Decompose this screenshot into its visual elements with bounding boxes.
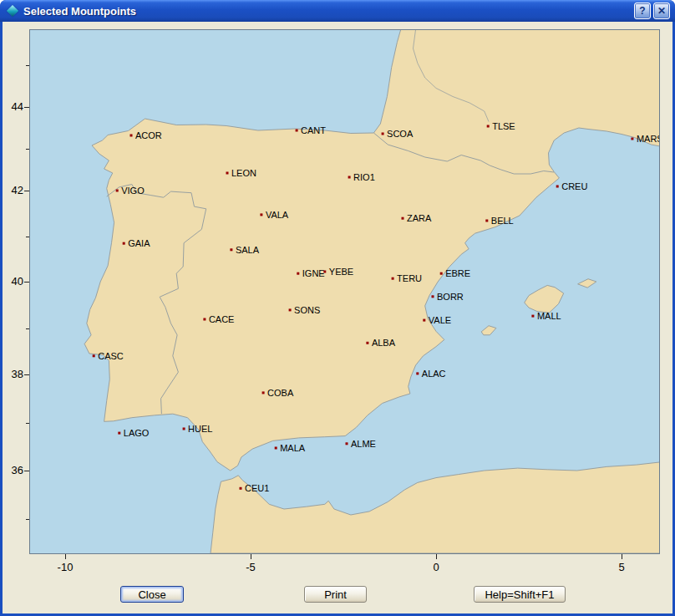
titlebar: Selected Mountpoints ? ✕ bbox=[0, 0, 675, 22]
station-marker bbox=[382, 133, 384, 135]
station-marker bbox=[432, 295, 434, 298]
station-marker bbox=[366, 342, 368, 344]
station-label: ACOR bbox=[135, 130, 162, 140]
y-axis-minor-tick bbox=[26, 65, 29, 66]
map: ACORCANTSCOATLSEMARSVIGOLEONRIO1CREUVALA… bbox=[29, 29, 660, 554]
station-label: LEON bbox=[231, 168, 256, 178]
station-marker bbox=[297, 272, 299, 275]
station-label: SONS bbox=[294, 305, 320, 315]
titlebar-close-button[interactable]: ✕ bbox=[653, 3, 670, 19]
x-axis-tick-label: 0 bbox=[424, 561, 449, 574]
station-marker bbox=[289, 308, 292, 311]
station-label: LAGO bbox=[124, 428, 150, 438]
station-marker bbox=[260, 213, 262, 216]
y-axis-tick-label: 44 bbox=[0, 100, 23, 114]
station-label: VALE bbox=[429, 315, 451, 325]
station-label: CREU bbox=[561, 181, 587, 191]
x-axis-tick bbox=[251, 554, 251, 559]
x-axis-tick-label: -10 bbox=[53, 561, 78, 574]
station-label: MARS bbox=[637, 134, 660, 144]
station-marker bbox=[485, 220, 488, 222]
y-axis-tick bbox=[24, 107, 29, 108]
y-axis-tick-label: 38 bbox=[0, 368, 23, 381]
station-marker bbox=[230, 248, 232, 251]
station-marker bbox=[262, 391, 265, 394]
station-label: CEU1 bbox=[245, 483, 269, 493]
x-axis-tick bbox=[65, 554, 66, 559]
station-marker bbox=[275, 447, 277, 450]
station-marker bbox=[323, 271, 326, 273]
station-marker bbox=[392, 277, 394, 280]
dialog-window: Selected Mountpoints ? ✕ ACORCANTSCOATLS… bbox=[0, 0, 675, 616]
station-label: GAIA bbox=[128, 238, 150, 248]
station-label: MALL bbox=[537, 311, 561, 321]
station-marker bbox=[123, 242, 125, 245]
station-label: ALME bbox=[351, 439, 376, 449]
window-title: Selected Mountpoints bbox=[23, 5, 632, 18]
help-button[interactable]: Help=Shift+F1 bbox=[474, 586, 566, 603]
y-axis-tick-label: 36 bbox=[0, 464, 23, 477]
x-axis-tick-label: 5 bbox=[609, 561, 634, 574]
station-label: MALA bbox=[280, 443, 306, 453]
y-axis-minor-tick bbox=[26, 149, 29, 150]
close-button[interactable]: Close bbox=[120, 586, 184, 603]
station-label: ZARA bbox=[407, 213, 432, 223]
app-diamond-icon bbox=[7, 5, 18, 17]
station-marker bbox=[487, 125, 490, 128]
station-label: YEBE bbox=[329, 267, 353, 277]
station-marker bbox=[423, 319, 425, 322]
station-marker bbox=[130, 135, 133, 137]
y-axis-minor-tick bbox=[26, 328, 29, 329]
x-axis-tick-label: -5 bbox=[238, 561, 263, 574]
titlebar-help-button[interactable]: ? bbox=[634, 3, 651, 19]
station-label: TERU bbox=[397, 273, 422, 283]
station-label: IGNE bbox=[302, 268, 325, 278]
station-label: ALAC bbox=[422, 369, 446, 379]
x-axis-tick bbox=[622, 554, 622, 559]
station-label: CACE bbox=[209, 314, 235, 324]
station-label: VALA bbox=[266, 210, 289, 220]
y-axis-tick bbox=[24, 471, 29, 471]
x-axis-tick bbox=[436, 554, 437, 559]
station-marker bbox=[348, 176, 351, 179]
station-marker bbox=[93, 354, 95, 357]
y-axis-tick bbox=[24, 374, 29, 375]
station-label: CASC bbox=[98, 351, 124, 361]
station-marker bbox=[226, 172, 229, 175]
station-label: SCOA bbox=[387, 129, 414, 139]
station-label: VIGO bbox=[121, 186, 145, 196]
station-marker bbox=[631, 138, 633, 140]
station-marker bbox=[183, 428, 185, 430]
station-marker bbox=[118, 432, 120, 435]
station-marker bbox=[116, 190, 119, 192]
station-label: RIO1 bbox=[353, 172, 375, 182]
station-marker bbox=[556, 186, 559, 188]
station-label: SALA bbox=[236, 245, 260, 255]
y-axis-tick-label: 40 bbox=[0, 275, 23, 288]
station-label: BORR bbox=[437, 292, 464, 302]
y-axis-tick-label: 42 bbox=[0, 184, 23, 197]
station-label: ALBA bbox=[372, 338, 396, 348]
station-marker bbox=[416, 372, 419, 374]
station-label: HUEL bbox=[188, 424, 212, 434]
station-marker bbox=[531, 315, 534, 318]
y-axis-tick bbox=[24, 282, 29, 283]
station-label: TLSE bbox=[492, 121, 515, 131]
station-marker bbox=[203, 318, 206, 321]
y-axis-tick bbox=[24, 191, 29, 191]
station-label: COBA bbox=[267, 388, 294, 398]
station-marker bbox=[402, 217, 404, 220]
station-marker bbox=[240, 487, 242, 490]
print-button[interactable]: Print bbox=[304, 586, 367, 603]
station-marker bbox=[296, 130, 298, 132]
y-axis-minor-tick bbox=[26, 519, 29, 520]
y-axis-minor-tick bbox=[26, 237, 29, 237]
y-axis-minor-tick bbox=[26, 423, 29, 424]
station-label: EBRE bbox=[445, 268, 470, 278]
station-label: BELL bbox=[491, 216, 514, 226]
station-label: CANT bbox=[301, 125, 326, 135]
station-marker bbox=[440, 272, 443, 275]
station-marker bbox=[346, 442, 348, 445]
